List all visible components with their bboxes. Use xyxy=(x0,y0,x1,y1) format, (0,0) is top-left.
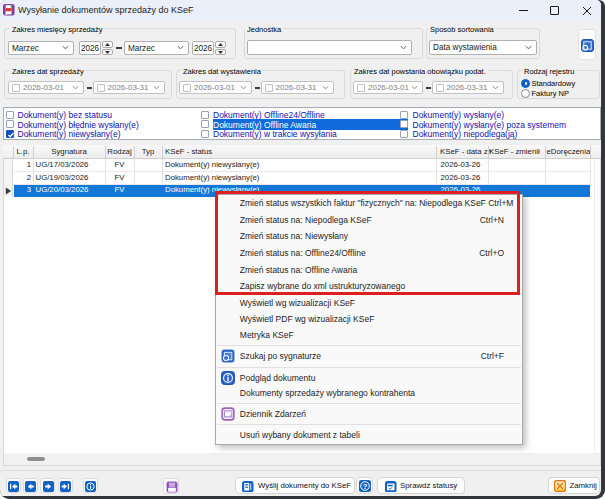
svg-text:?: ? xyxy=(362,482,367,491)
